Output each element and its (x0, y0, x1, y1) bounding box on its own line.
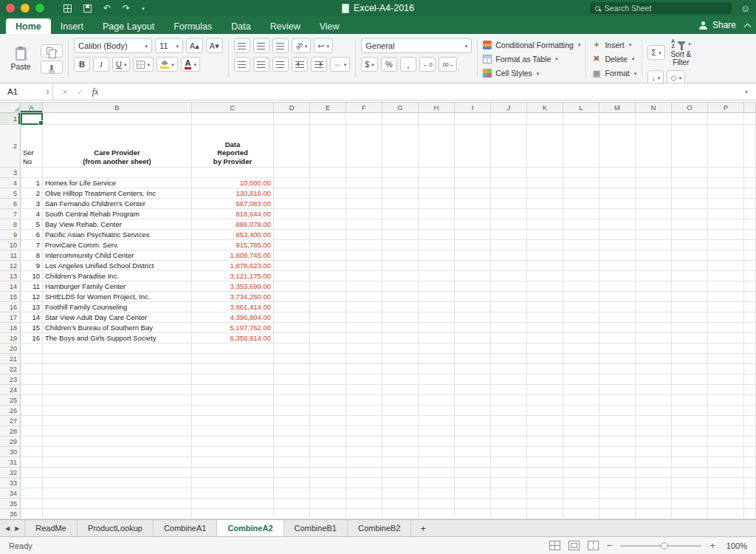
cell-H18[interactable] (419, 323, 455, 333)
cell-L4[interactable] (563, 178, 599, 188)
cell-B10[interactable]: ProviCare Comm. Serv. (43, 240, 192, 250)
cell-J19[interactable] (491, 333, 527, 343)
cell-N9[interactable] (636, 230, 672, 240)
conditional-formatting-button[interactable]: Conditional Formatting ▾ (483, 38, 580, 51)
cell-K27[interactable] (527, 416, 563, 426)
cell-M36[interactable] (599, 509, 636, 519)
cell-A13[interactable]: 10 (21, 271, 43, 281)
cell-P15[interactable] (708, 292, 744, 302)
cell-E6[interactable] (310, 199, 346, 209)
cell-E28[interactable] (310, 426, 346, 437)
cell-L11[interactable] (563, 250, 599, 261)
add-sheet-button[interactable]: + (411, 520, 435, 536)
cell-L21[interactable] (563, 354, 599, 364)
underline-button[interactable]: U ▾ (112, 57, 130, 72)
cell-N6[interactable] (636, 199, 672, 209)
cell-K25[interactable] (527, 395, 563, 406)
cell-I6[interactable] (455, 199, 491, 209)
cell-P21[interactable] (708, 354, 744, 364)
cell-H33[interactable] (419, 478, 455, 488)
cell-K5[interactable] (527, 188, 563, 199)
cell-N14[interactable] (636, 281, 672, 292)
cell-N15[interactable] (636, 292, 672, 302)
cell-J23[interactable] (491, 375, 527, 385)
cell-O1[interactable] (672, 113, 708, 125)
cell-N11[interactable] (636, 250, 672, 261)
cell-J2[interactable] (491, 125, 527, 168)
cell-C1[interactable] (192, 113, 274, 125)
cell-E24[interactable] (310, 385, 346, 395)
cell-C15[interactable]: 3,734,250.00 (192, 292, 274, 302)
cell-C19[interactable]: 6,358,914.00 (192, 333, 274, 343)
cell-O18[interactable] (672, 323, 708, 333)
cell-I36[interactable] (455, 509, 491, 519)
cell-H11[interactable] (419, 250, 455, 261)
cell-C36[interactable] (192, 509, 274, 519)
cell-J31[interactable] (491, 457, 527, 468)
cell-K10[interactable] (527, 240, 563, 250)
cell-E1[interactable] (310, 113, 346, 125)
column-header-L[interactable]: L (563, 103, 599, 113)
cell-L36[interactable] (563, 509, 599, 519)
zoom-slider-thumb[interactable] (661, 542, 668, 550)
cell-P5[interactable] (708, 188, 744, 199)
cell-C9[interactable]: 853,400.00 (192, 230, 274, 240)
copy-button[interactable]: ▾ (41, 44, 63, 58)
tab-page-layout[interactable]: Page Layout (93, 18, 164, 34)
cell-O27[interactable] (672, 416, 708, 426)
cell-I31[interactable] (455, 457, 491, 468)
cell-O3[interactable] (672, 168, 708, 178)
cell-O21[interactable] (672, 354, 708, 364)
cell-D6[interactable] (274, 199, 310, 209)
cell-F1[interactable] (346, 113, 382, 125)
cell-I29[interactable] (455, 437, 491, 447)
cell-G19[interactable] (382, 333, 419, 343)
cell-G10[interactable] (382, 240, 419, 250)
cell-D18[interactable] (274, 323, 310, 333)
cell-L25[interactable] (563, 395, 599, 406)
save-icon[interactable] (83, 4, 92, 13)
cell-N34[interactable] (636, 488, 672, 499)
cell-N13[interactable] (636, 271, 672, 281)
row-header-27[interactable]: 27 (0, 416, 21, 426)
cell-P34[interactable] (708, 488, 744, 499)
cell-O16[interactable] (672, 302, 708, 312)
cell-B35[interactable] (43, 499, 192, 509)
cell-N7[interactable] (636, 209, 672, 219)
cell-O26[interactable] (672, 406, 708, 416)
column-header-A[interactable]: A (21, 103, 43, 113)
cell-P17[interactable] (708, 312, 744, 323)
row-header-6[interactable]: 6 (0, 199, 21, 209)
cell-P12[interactable] (708, 261, 744, 271)
cell-M12[interactable] (599, 261, 636, 271)
redo-icon[interactable]: ↷ (123, 4, 130, 13)
cell-P11[interactable] (708, 250, 744, 261)
cell-H10[interactable] (419, 240, 455, 250)
row-header-5[interactable]: 5 (0, 188, 21, 199)
cell-C5[interactable]: 130,816.00 (192, 188, 274, 199)
cell-I28[interactable] (455, 426, 491, 437)
cell-O19[interactable] (672, 333, 708, 343)
cell-J9[interactable] (491, 230, 527, 240)
cell-G18[interactable] (382, 323, 419, 333)
column-header-M[interactable]: M (599, 103, 636, 113)
row-header-11[interactable]: 11 (0, 250, 21, 261)
align-right-button[interactable] (272, 57, 289, 72)
cell-I18[interactable] (455, 323, 491, 333)
cell-P36[interactable] (708, 509, 744, 519)
cell-N29[interactable] (636, 437, 672, 447)
cell-L17[interactable] (563, 312, 599, 323)
cell-K18[interactable] (527, 323, 563, 333)
cell-C35[interactable] (192, 499, 274, 509)
comma-style-button[interactable]: , (400, 57, 416, 72)
cell-E14[interactable] (310, 281, 346, 292)
select-all-corner[interactable] (0, 103, 21, 113)
cell-F15[interactable] (346, 292, 382, 302)
cell-M10[interactable] (599, 240, 636, 250)
cell-A29[interactable] (21, 437, 43, 447)
tab-insert[interactable]: Insert (51, 18, 93, 34)
cell-B12[interactable]: Los Angeles Unified School District (43, 261, 192, 271)
cell-N26[interactable] (636, 406, 672, 416)
column-header-P[interactable]: P (708, 103, 744, 113)
cell-A12[interactable]: 9 (21, 261, 43, 271)
